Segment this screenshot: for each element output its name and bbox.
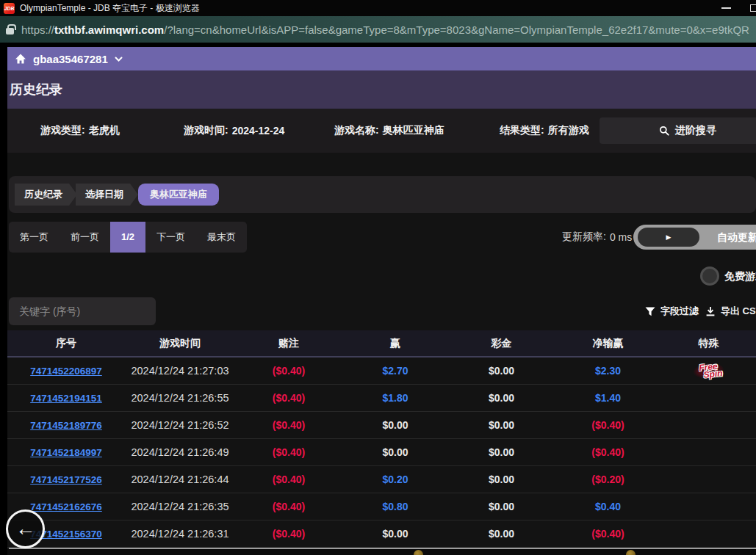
cell-game-time: 2024/12/24 21:27:03 <box>125 365 235 377</box>
game-id-link[interactable]: 7471452162676 <box>30 501 102 512</box>
cell-win-value: $0.00 <box>382 528 408 540</box>
cell-bet: ($0.40) <box>235 392 342 404</box>
page-title-bar: 历史纪录 <box>7 70 756 109</box>
cell-win-value: $2.70 <box>382 365 408 377</box>
browser-tab-title: OlympianTemple - JDB 夺宝电子 - 极速浏览器 <box>20 2 200 15</box>
cell-serial: 7471452189776 <box>7 419 125 431</box>
cell-bet-value: ($0.40) <box>273 419 305 431</box>
field-filter-button[interactable]: 字段过滤 <box>645 301 699 322</box>
refresh-frequency: 更新频率: 0 ms <box>562 222 632 253</box>
game-id-link[interactable]: 7471452189776 <box>30 420 102 431</box>
column-header-2: 赌注 <box>235 330 342 356</box>
cell-win: $0.00 <box>342 446 448 458</box>
cell-bet: ($0.40) <box>235 365 342 377</box>
cell-net-value: ($0.40) <box>591 446 624 458</box>
filter-bar: 游戏类型:老虎机 游戏时间:2024-12-24 游戏名称:奥林匹亚神庙 结果类… <box>7 109 756 153</box>
refresh-frequency-label: 更新频率: <box>562 231 606 244</box>
cell-jackpot: $0.00 <box>448 474 555 485</box>
filter-game-name: 游戏名称:奥林匹亚神庙 <box>334 109 444 153</box>
cell-bet: ($0.40) <box>235 528 342 540</box>
cell-jackpot-value: $0.00 <box>489 474 514 485</box>
export-csv-button[interactable]: 导出 CSV <box>705 301 756 322</box>
breadcrumb: 历史纪录 选择日期 奥林匹亚神庙 <box>9 176 756 213</box>
table-header-row: 序号游戏时间赌注赢彩金净输赢特殊 <box>7 330 756 358</box>
filter-value: 2024-12-24 <box>232 125 285 137</box>
pagination: 第一页 前一页 1/2 下一页 最末页 <box>9 222 247 253</box>
table-row: 74714521941512024/12/24 21:26:55($0.40)$… <box>7 385 756 412</box>
cell-jackpot: $0.00 <box>448 419 555 431</box>
cell-game-time: 2024/12/24 21:26:55 <box>125 392 235 404</box>
game-time: 2024/12/24 21:26:31 <box>131 528 228 540</box>
game-id-link[interactable]: 7471452177526 <box>30 474 102 485</box>
filter-funnel-icon <box>645 307 655 316</box>
back-button[interactable]: ← <box>6 509 45 548</box>
cell-net: ($0.40) <box>555 528 661 540</box>
cell-win: $1.80 <box>342 392 448 404</box>
cell-jackpot: $0.00 <box>448 392 555 404</box>
game-time: 2024/12/24 21:27:03 <box>131 365 228 377</box>
url-domain: txthbf.awimqwri.com <box>54 23 164 36</box>
cell-win: $0.20 <box>342 474 448 485</box>
search-input[interactable] <box>9 297 156 325</box>
game-id-link[interactable]: 7471452194151 <box>30 393 102 404</box>
coin-icon <box>414 550 423 555</box>
table-row: 74714521849972024/12/24 21:26:49($0.40)$… <box>7 439 756 466</box>
table-body: 74714522068972024/12/24 21:27:03($0.40)$… <box>7 358 756 548</box>
cell-net: $0.40 <box>555 501 661 512</box>
download-icon <box>705 306 716 316</box>
prev-page-button[interactable]: 前一页 <box>60 222 110 253</box>
game-id-link[interactable]: 7471452184997 <box>30 447 102 458</box>
table-row: 74714521563702024/12/24 21:26:31($0.40)$… <box>7 520 756 548</box>
cell-game-time: 2024/12/24 21:26:52 <box>125 419 235 431</box>
minimize-icon[interactable] <box>721 7 731 9</box>
auto-update-toggle[interactable]: ▶ 自动更新 <box>633 225 756 250</box>
game-time: 2024/12/24 21:26:55 <box>131 392 228 404</box>
cell-net-value: ($0.20) <box>591 474 624 485</box>
cell-jackpot-value: $0.00 <box>489 392 514 404</box>
breadcrumb-select-date[interactable]: 选择日期 <box>76 184 138 206</box>
cell-bet-value: ($0.40) <box>273 528 305 540</box>
url-text: https://txthbf.awimqwri.com/?lang=cn&hom… <box>21 23 749 36</box>
cell-win-value: $0.00 <box>382 419 408 431</box>
table-row: 74714521626762024/12/24 21:26:35($0.40)$… <box>7 493 756 520</box>
first-page-button[interactable]: 第一页 <box>9 222 60 253</box>
column-header-1: 游戏时间 <box>125 330 235 356</box>
cell-net-value: ($0.40) <box>591 528 624 540</box>
next-page-button[interactable]: 下一页 <box>145 222 196 253</box>
footer-strip <box>7 549 756 555</box>
breadcrumb-history[interactable]: 历史纪录 <box>15 184 77 206</box>
cell-bet: ($0.40) <box>235 419 342 431</box>
auto-update-label: 自动更新 <box>717 225 756 250</box>
column-header-0: 序号 <box>7 330 125 356</box>
cell-jackpot: $0.00 <box>448 501 555 512</box>
cell-win: $0.00 <box>342 528 448 540</box>
cell-net-value: $2.30 <box>595 365 621 377</box>
home-icon[interactable] <box>15 53 26 65</box>
url-scheme: https:// <box>21 23 54 36</box>
game-id-link[interactable]: 7471452206897 <box>30 366 102 377</box>
cell-jackpot-value: $0.00 <box>489 528 514 540</box>
last-page-button[interactable]: 最末页 <box>196 222 247 253</box>
cell-game-time: 2024/12/24 21:26:35 <box>125 501 235 512</box>
advanced-search-button[interactable]: 进阶搜寻 <box>600 117 756 144</box>
browser-title-bar: JDB OlympianTemple - JDB 夺宝电子 - 极速浏览器 <box>0 0 756 16</box>
breadcrumb-game-name[interactable]: 奥林匹亚神庙 <box>138 184 219 206</box>
address-bar[interactable]: https://txthbf.awimqwri.com/?lang=cn&hom… <box>0 16 756 43</box>
url-path: /?lang=cn&homeUrl&isAPP=false&gameType=8… <box>164 23 749 36</box>
current-page-indicator[interactable]: 1/2 <box>110 222 145 253</box>
username[interactable]: gbaa35467281 <box>33 53 108 65</box>
free-game-radio[interactable] <box>700 266 719 286</box>
column-header-5: 净输赢 <box>555 330 661 356</box>
game-time: 2024/12/24 21:26:35 <box>131 501 228 512</box>
play-icon[interactable]: ▶ <box>638 228 699 247</box>
cell-jackpot: $0.00 <box>448 446 555 458</box>
cell-jackpot-value: $0.00 <box>489 501 514 512</box>
maximize-icon[interactable] <box>750 4 756 12</box>
cell-net: ($0.40) <box>555 446 661 458</box>
cell-win: $0.80 <box>342 501 448 512</box>
chevron-down-icon[interactable] <box>115 57 123 62</box>
filter-label: 游戏时间: <box>184 124 228 137</box>
cell-game-time: 2024/12/24 21:26:31 <box>125 528 235 540</box>
cell-bet-value: ($0.40) <box>273 501 305 512</box>
column-header-6: 特殊 <box>661 330 756 356</box>
